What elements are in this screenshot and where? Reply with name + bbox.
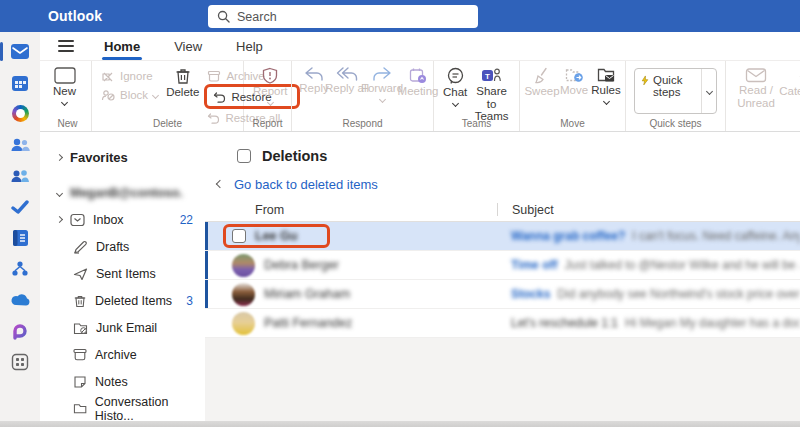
new-button[interactable]: New: [50, 65, 79, 107]
subject-text: Stocks: [511, 287, 550, 301]
go-back-link[interactable]: Go back to deleted items: [234, 177, 378, 192]
restore-icon: [213, 91, 226, 103]
mail-row-patti-fernandez[interactable]: Patti Fernandez Let's reschedule 1:1 Hi …: [205, 309, 800, 338]
chevron-right-icon: [56, 154, 63, 161]
column-from[interactable]: From: [205, 203, 497, 217]
sidebar-item-conversation-history[interactable]: Conversation Histo...: [40, 395, 205, 422]
mail-row-debra-berger[interactable]: Debra Berger Time off Just talked to @Ne…: [205, 251, 800, 280]
categorize-button[interactable]: Categorize: [780, 65, 800, 107]
copilot-icon[interactable]: [8, 102, 32, 125]
sender-name: Miriam Graham: [264, 287, 350, 301]
rules-button[interactable]: Rules: [590, 65, 622, 106]
archive-folder-icon: [73, 348, 87, 361]
sidebar-item-junk[interactable]: Junk Email: [40, 314, 205, 341]
mail-row-lee-gu[interactable]: Lee Gu Wanna grab coffee? I can't focus.…: [205, 222, 800, 251]
move-folder-icon: [565, 67, 584, 83]
ribbon-tabs: Home View Help: [40, 32, 800, 60]
meeting-button[interactable]: Meeting: [400, 65, 436, 100]
org-explorer-icon[interactable]: [8, 257, 32, 280]
chat-button[interactable]: Chat: [440, 65, 470, 108]
reply-all-button[interactable]: Reply all: [330, 65, 364, 97]
page-title: Deletions: [262, 148, 327, 164]
quick-steps-dropdown[interactable]: [701, 69, 716, 113]
list-column-header: From Subject: [205, 198, 800, 222]
archive-icon: [207, 70, 221, 82]
people-icon[interactable]: [8, 133, 32, 156]
row-checkbox[interactable]: [232, 229, 246, 243]
chevron-down-icon: [705, 88, 712, 95]
outlook-window: Outlook: [0, 0, 800, 427]
meeting-icon: [409, 67, 427, 84]
row-highlight-box: Lee Gu: [223, 224, 330, 248]
group-label-move: Move: [520, 118, 625, 129]
sweep-icon: [534, 67, 551, 84]
favorites-header[interactable]: Favorites: [40, 144, 205, 171]
todo-icon[interactable]: [8, 195, 32, 218]
onedrive-icon[interactable]: [8, 288, 32, 311]
svg-text:T: T: [485, 72, 490, 81]
sidebar-item-sent[interactable]: Sent Items: [40, 260, 205, 287]
mail-icon[interactable]: [8, 40, 32, 63]
tab-home[interactable]: Home: [102, 35, 142, 58]
sidebar-item-inbox[interactable]: Inbox 22: [40, 206, 205, 233]
tab-view[interactable]: View: [172, 35, 204, 58]
block-button[interactable]: Block: [98, 86, 161, 103]
group-label-teams: Teams: [434, 118, 519, 129]
hamburger-menu-icon[interactable]: [58, 40, 74, 52]
sidebar-item-notes[interactable]: Notes: [40, 368, 205, 395]
tab-help[interactable]: Help: [234, 35, 265, 58]
quick-steps-box[interactable]: Quick steps: [634, 68, 717, 114]
folder-pane: Favorites MeganB@contoso. Inbox 22: [40, 132, 205, 421]
select-all-checkbox[interactable]: [237, 149, 251, 163]
move-button[interactable]: Move: [558, 65, 590, 99]
notes-icon: [73, 375, 87, 389]
report-button[interactable]: Report: [250, 65, 291, 107]
deleted-items-icon: [73, 294, 87, 308]
sweep-button[interactable]: Sweep: [526, 65, 558, 100]
ignore-icon: [101, 70, 115, 82]
account-name: MeganB@contoso.: [70, 186, 183, 200]
window-bottom-edge: [0, 421, 800, 427]
search-input[interactable]: [237, 10, 437, 24]
loop-icon[interactable]: [8, 319, 32, 342]
chevron-down-icon: [61, 99, 68, 106]
read-unread-button[interactable]: Read / Unread: [732, 65, 780, 111]
group-label-respond: Respond: [292, 118, 433, 129]
app-title: Outlook: [48, 8, 102, 24]
group-quick-steps: Quick steps Quick steps: [626, 61, 726, 131]
sidebar-item-deleted[interactable]: Deleted Items 3: [40, 287, 205, 314]
delete-button[interactable]: Delete: [163, 65, 202, 101]
search-box[interactable]: [208, 5, 478, 28]
chevron-down-icon: [602, 98, 609, 105]
account-header[interactable]: MeganB@contoso.: [40, 179, 205, 206]
inbox-icon: [70, 213, 85, 227]
notebook-icon[interactable]: [8, 226, 32, 249]
group-move: Sweep Move Rules Move: [520, 61, 626, 131]
column-subject[interactable]: Subject: [498, 203, 554, 217]
group-tags: Read / Unread Categorize: [726, 61, 800, 131]
avatar: [232, 283, 255, 306]
sender-name: Lee Gu: [255, 229, 297, 243]
chevron-down-icon: [267, 99, 274, 106]
sender-name: Debra Berger: [264, 258, 339, 272]
sent-icon: [73, 267, 88, 281]
subject-text: Let's reschedule 1:1: [511, 316, 618, 330]
search-icon: [217, 10, 230, 23]
group-label-new: New: [44, 118, 91, 129]
sidebar-item-archive[interactable]: Archive: [40, 341, 205, 368]
preview-text: Did anybody see Northwind's stock price …: [557, 287, 800, 301]
more-apps-icon[interactable]: [8, 350, 32, 373]
rules-icon: [597, 67, 616, 83]
share-to-teams-button[interactable]: T Share to Teams: [470, 65, 513, 125]
forward-button[interactable]: Forward: [364, 65, 400, 104]
group-label-report: Report: [244, 118, 291, 129]
calendar-icon[interactable]: [8, 71, 32, 94]
ignore-button[interactable]: Ignore: [98, 67, 161, 84]
chevron-down-icon: [378, 96, 385, 103]
groups-icon[interactable]: [8, 164, 32, 187]
sidebar-item-drafts[interactable]: Drafts: [40, 233, 205, 260]
subject-text: Time off: [511, 258, 557, 272]
mail-row-miriam-graham[interactable]: Miriam Graham Stocks Did anybody see Nor…: [205, 280, 800, 309]
delete-icon: [175, 67, 191, 85]
reply-icon: [304, 67, 324, 81]
